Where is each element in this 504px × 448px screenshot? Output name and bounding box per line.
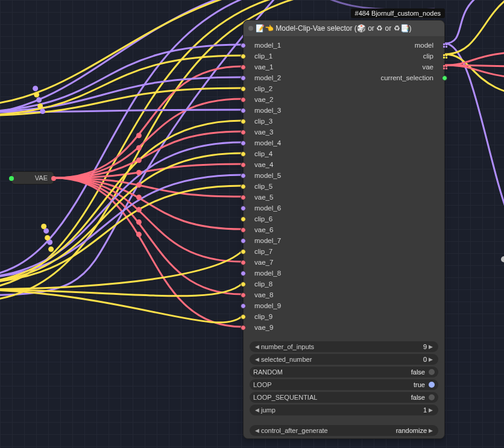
- input-slot-vae_8[interactable]: [241, 292, 246, 298]
- io-row: clip_2: [244, 83, 444, 94]
- input-slot-model_7[interactable]: [241, 238, 246, 244]
- output-label: vae: [422, 63, 438, 71]
- io-row: model_1model: [244, 40, 444, 51]
- input-slot-vae_4[interactable]: [241, 162, 246, 168]
- input-label: vae_3: [250, 128, 273, 136]
- widget-random[interactable]: RANDOM false: [250, 367, 438, 377]
- io-row: model_4: [244, 137, 444, 148]
- input-slot-clip_4[interactable]: [241, 151, 246, 157]
- input-slot-clip_7[interactable]: [241, 249, 246, 254]
- input-label: vae_1: [250, 63, 273, 71]
- io-row: vae_7: [244, 257, 444, 268]
- input-slot-clip_8[interactable]: [241, 282, 246, 287]
- widget-loop-sequential[interactable]: LOOP_SEQUENTIAL false: [250, 392, 438, 403]
- output-slot-current_selection[interactable]: [442, 75, 447, 81]
- svg-point-15: [37, 103, 43, 109]
- io-row: model_6: [244, 203, 444, 213]
- arrow-left-icon[interactable]: ◀: [253, 356, 261, 362]
- arrow-right-icon[interactable]: ▶: [427, 427, 435, 434]
- input-slot-model_5[interactable]: [241, 173, 246, 178]
- input-slot-clip_9[interactable]: [241, 314, 246, 320]
- input-label: vae_7: [250, 259, 273, 266]
- svg-point-16: [41, 224, 46, 229]
- input-slot-vae_9[interactable]: [241, 325, 246, 330]
- collapse-icon[interactable]: [248, 26, 253, 31]
- widget-loop[interactable]: LOOP true: [250, 379, 438, 390]
- input-slot-model_6[interactable]: [241, 206, 246, 211]
- output-slot-model[interactable]: [443, 43, 447, 48]
- input-slot-vae_2[interactable]: [241, 97, 246, 103]
- input-label: vae_5: [250, 194, 273, 201]
- io-row: vae_3: [244, 127, 444, 137]
- input-slot-clip_5[interactable]: [241, 184, 246, 189]
- node-body: model_1modelclip_1clipvae_1vaemodel_2cur…: [244, 36, 444, 339]
- io-row: clip_5: [244, 181, 444, 192]
- input-slot-model_4[interactable]: [241, 140, 246, 146]
- input-label: clip_5: [250, 183, 272, 190]
- input-slot-clip_1[interactable]: [241, 54, 246, 59]
- output-slot-vae[interactable]: [443, 65, 447, 69]
- toggle-knob[interactable]: [429, 394, 435, 400]
- io-row: model_5: [244, 170, 444, 181]
- svg-point-11: [40, 109, 45, 114]
- io-row: clip_3: [244, 116, 444, 127]
- input-slot-vae_1[interactable]: [241, 65, 246, 70]
- io-row: clip_6: [244, 213, 444, 224]
- vae-node-input-dot[interactable]: [9, 176, 14, 181]
- vae-node[interactable]: VAE: [11, 171, 54, 185]
- input-slot-clip_6[interactable]: [241, 216, 246, 222]
- node-title: 📝👈 Model-Clip-Vae selector (🎲 or ♻ or ♻📑…: [256, 24, 412, 33]
- io-row: clip_7: [244, 246, 444, 257]
- input-label: clip_2: [250, 85, 272, 92]
- arrow-left-icon[interactable]: ◀: [253, 427, 261, 434]
- io-row: vae_2: [244, 94, 444, 105]
- input-slot-clip_2[interactable]: [241, 86, 246, 92]
- selector-node[interactable]: 📝👈 Model-Clip-Vae selector (🎲 or ♻ or ♻📑…: [243, 20, 445, 439]
- input-slot-clip_3[interactable]: [241, 119, 246, 124]
- widget-number-of-inputs[interactable]: ◀ number_of_inputs 9 ▶: [250, 341, 438, 352]
- arrow-right-icon[interactable]: ▶: [427, 344, 435, 350]
- input-label: model_6: [250, 204, 281, 212]
- input-slot-model_2[interactable]: [241, 75, 246, 81]
- io-row: vae_1vae: [244, 62, 444, 72]
- input-slot-vae_6[interactable]: [241, 227, 246, 233]
- io-row: model_3: [244, 105, 444, 116]
- toggle-knob[interactable]: [429, 382, 435, 388]
- arrow-left-icon[interactable]: ◀: [253, 344, 261, 350]
- svg-point-8: [136, 232, 142, 237]
- input-label: model_3: [250, 107, 281, 114]
- svg-point-5: [136, 195, 142, 200]
- input-slot-vae_5[interactable]: [241, 195, 246, 200]
- output-slot-clip[interactable]: [443, 54, 447, 58]
- input-label: clip_4: [250, 150, 272, 157]
- io-row: model_7: [244, 235, 444, 246]
- input-label: clip_7: [250, 248, 272, 255]
- arrow-right-icon[interactable]: ▶: [427, 356, 435, 362]
- input-slot-model_1[interactable]: [241, 43, 246, 48]
- input-slot-model_8[interactable]: [241, 271, 246, 276]
- widget-control-after-generate[interactable]: ◀ control_after_generate randomize ▶: [250, 425, 438, 436]
- arrow-left-icon[interactable]: ◀: [253, 407, 261, 413]
- widget-jump[interactable]: ◀ jump 1 ▶: [250, 405, 438, 415]
- io-row: clip_8: [244, 279, 444, 289]
- reroute-dot[interactable]: [501, 256, 504, 262]
- io-row: model_9: [244, 300, 444, 311]
- input-label: clip_3: [250, 118, 272, 125]
- vae-node-output-dot[interactable]: [51, 176, 56, 181]
- io-row: model_8: [244, 268, 444, 279]
- io-row: vae_9: [244, 322, 444, 333]
- input-slot-model_9[interactable]: [241, 303, 246, 309]
- svg-point-0: [136, 133, 142, 138]
- toggle-knob[interactable]: [429, 369, 435, 375]
- input-slot-vae_7[interactable]: [241, 260, 246, 265]
- input-slot-vae_3[interactable]: [241, 130, 246, 135]
- arrow-right-icon[interactable]: ▶: [427, 407, 435, 413]
- input-label: model_1: [250, 42, 281, 49]
- node-header[interactable]: 📝👈 Model-Clip-Vae selector (🎲 or ♻ or ♻📑…: [244, 21, 444, 36]
- io-row: clip_1clip: [244, 51, 444, 62]
- svg-point-14: [34, 92, 39, 98]
- widget-selected-number[interactable]: ◀ selected_number 0 ▶: [250, 354, 438, 365]
- input-slot-model_3[interactable]: [241, 108, 246, 113]
- io-row: vae_6: [244, 224, 444, 235]
- input-label: vae_6: [250, 226, 273, 233]
